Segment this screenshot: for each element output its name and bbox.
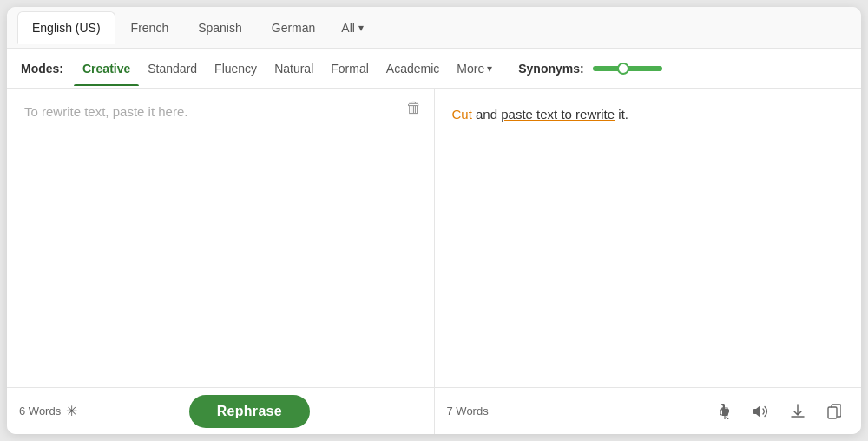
right-panel-footer: 7 Words: [435, 387, 862, 434]
mode-fluency[interactable]: Fluency: [206, 51, 266, 86]
copy-button[interactable]: [819, 397, 849, 426]
main-content: To rewrite text, paste it here. 🗑 6 Word…: [7, 89, 861, 434]
left-word-count: 6 Words ✳: [19, 403, 77, 419]
app-container: English (US) French Spanish German All ▾…: [7, 7, 861, 434]
speaker-button[interactable]: [746, 397, 776, 426]
input-text-area[interactable]: To rewrite text, paste it here. 🗑: [7, 89, 434, 387]
left-panel-footer: 6 Words ✳ Rephrase: [7, 387, 434, 434]
footer-actions: [710, 397, 849, 426]
synonyms-slider[interactable]: [593, 66, 662, 71]
modes-label: Modes:: [21, 62, 63, 76]
mode-creative[interactable]: Creative: [74, 51, 139, 86]
paste-text: paste text to rewrite: [501, 107, 615, 122]
cut-text: Cut: [452, 107, 472, 122]
slider-thumb: [617, 63, 629, 75]
input-placeholder: To rewrite text, paste it here.: [24, 104, 187, 119]
mode-standard[interactable]: Standard: [139, 51, 206, 86]
synonyms-section: Synonyms:: [518, 62, 661, 76]
modes-bar: Modes: Creative Standard Fluency Natural…: [7, 49, 861, 89]
thumbs-up-down-button[interactable]: [710, 397, 740, 426]
tab-bar: English (US) French Spanish German All ▾: [7, 7, 861, 49]
and-text: and: [472, 107, 501, 122]
mode-academic[interactable]: Academic: [378, 51, 448, 86]
mode-more-button[interactable]: More ▾: [448, 51, 501, 86]
right-word-count: 7 Words: [447, 405, 489, 418]
tab-german[interactable]: German: [258, 12, 330, 43]
output-text-area: Cut and paste text to rewrite it.: [435, 89, 862, 387]
right-panel: Cut and paste text to rewrite it. 7 Word…: [435, 89, 862, 434]
delete-icon[interactable]: 🗑: [406, 99, 422, 117]
download-button[interactable]: [783, 397, 812, 426]
svg-rect-0: [828, 407, 837, 418]
tab-english-us[interactable]: English (US): [17, 11, 115, 44]
synonyms-label: Synonyms:: [518, 62, 583, 76]
left-panel: To rewrite text, paste it here. 🗑 6 Word…: [7, 89, 435, 434]
output-text: Cut and paste text to rewrite it.: [452, 104, 845, 125]
snowflake-icon[interactable]: ✳: [66, 403, 77, 419]
chevron-down-icon: ▾: [487, 63, 492, 75]
tab-all[interactable]: All ▾: [331, 12, 374, 43]
tab-french[interactable]: French: [117, 12, 183, 43]
rephrase-button[interactable]: Rephrase: [189, 395, 310, 428]
chevron-down-icon: ▾: [358, 22, 364, 34]
mode-natural[interactable]: Natural: [266, 51, 322, 86]
end-text: it.: [615, 107, 628, 122]
tab-spanish[interactable]: Spanish: [184, 12, 256, 43]
mode-formal[interactable]: Formal: [322, 51, 378, 86]
